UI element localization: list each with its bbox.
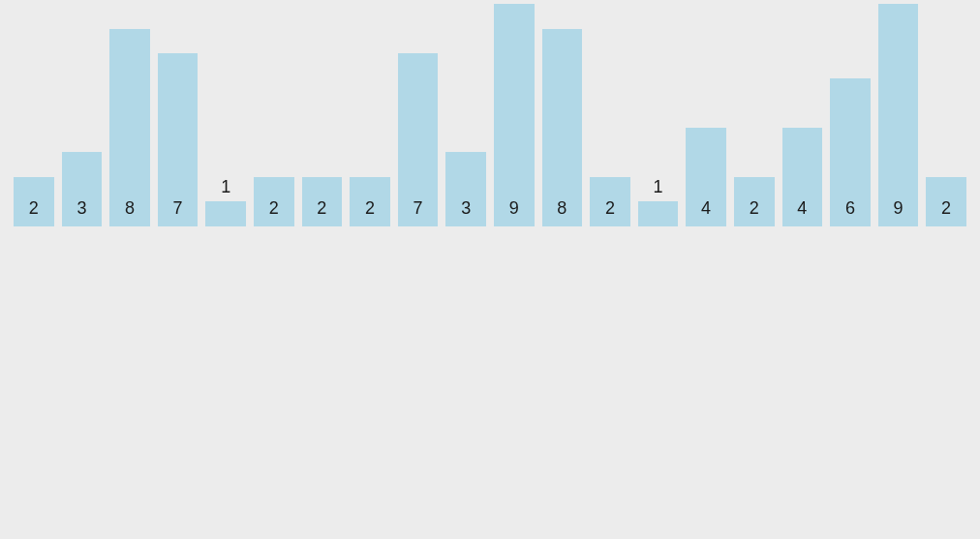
bar-value-label: 2 [14,198,54,219]
bar-value-label: 2 [350,198,390,219]
bar-value-label: 2 [590,198,630,219]
bar: 9 [878,4,919,226]
bar-wrapper: 7 [158,0,199,226]
bar-wrapper: 1 [205,0,246,226]
bar-wrapper: 2 [302,0,343,226]
bar-wrapper: 4 [686,0,726,226]
bar-value-label: 1 [221,177,230,197]
bar: 8 [542,29,583,226]
bar-wrapper: 9 [494,0,535,226]
bar-value-label: 2 [734,198,775,219]
bar-wrapper: 9 [878,0,919,226]
bar-wrapper: 7 [398,0,439,226]
bar: 3 [445,152,486,226]
bar: 8 [109,29,150,226]
bar-wrapper: 2 [254,0,294,226]
bar: 7 [398,53,439,226]
bar-wrapper: 3 [445,0,486,226]
bar-wrapper: 2 [590,0,630,226]
bar-value-label: 3 [62,198,103,219]
bar-value-label: 8 [109,198,150,219]
bar-value-label: 9 [878,198,919,219]
bar-wrapper: 2 [734,0,775,226]
bar-value-label: 2 [302,198,343,219]
bar-value-label: 1 [654,177,663,197]
bar: 6 [830,78,871,226]
bar: 2 [590,177,630,226]
bar: 9 [494,4,535,226]
bar-wrapper: 8 [542,0,583,226]
bar-value-label: 4 [686,198,726,219]
bar-wrapper: 2 [350,0,390,226]
bar-value-label: 7 [158,198,199,219]
bar-wrapper: 4 [782,0,823,226]
bar: 7 [158,53,199,226]
bar-value-label: 6 [830,198,871,219]
bar: 2 [302,177,343,226]
bar: 4 [782,128,823,226]
bar: 2 [350,177,390,226]
bar-wrapper: 6 [830,0,871,226]
bar-wrapper: 2 [14,0,54,226]
bar-wrapper: 3 [62,0,103,226]
bar-value-label: 9 [494,198,535,219]
bar [638,201,679,226]
bar-value-label: 4 [782,198,823,219]
bar [205,201,246,226]
bar: 2 [14,177,54,226]
bar-wrapper: 8 [109,0,150,226]
bar-wrapper: 2 [926,0,966,226]
bar-value-label: 2 [254,198,294,219]
bar: 3 [62,152,103,226]
bar-value-label: 2 [926,198,966,219]
bar: 4 [686,128,726,226]
bar-value-label: 8 [542,198,583,219]
bar-chart: 23871222739821424692 [0,0,980,226]
bar: 2 [254,177,294,226]
bar-value-label: 3 [445,198,486,219]
bar-wrapper: 1 [638,0,679,226]
bar: 2 [926,177,966,226]
bar-value-label: 7 [398,198,439,219]
bar: 2 [734,177,775,226]
